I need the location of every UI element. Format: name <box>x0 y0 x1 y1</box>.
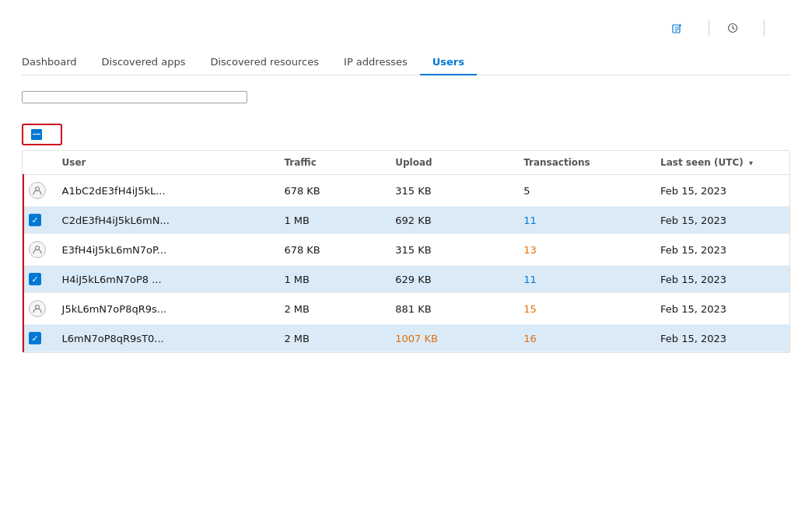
users-table-wrapper: User Traffic Upload Transactions Last se… <box>22 150 790 353</box>
traffic-cell: 2 MB <box>276 293 387 325</box>
tab-discovered-resources[interactable]: Discovered resources <box>198 50 331 75</box>
bulk-selection-dropdown-chevron-icon[interactable] <box>54 131 61 138</box>
table-row[interactable]: ✓H4iJ5kL6mN7oP8 ...1 MB629 KB11Feb 15, 2… <box>23 266 789 293</box>
checkbox-cell <box>23 175 54 207</box>
table-row[interactable]: E3fH4iJ5kL6mN7oP...678 KB315 KB13Feb 15,… <box>23 234 789 266</box>
col-lastseen-header[interactable]: Last seen (UTC) ▾ <box>653 151 789 175</box>
col-traffic-header: Traffic <box>276 151 387 175</box>
user-name-cell: L6mN7oP8qR9sT0... <box>54 325 277 352</box>
checkbox-cell <box>23 293 54 325</box>
report-icon <box>671 22 684 34</box>
bulk-selection-button[interactable] <box>23 125 54 144</box>
transactions-cell: 5 <box>516 175 653 207</box>
user-name-cell: J5kL6mN7oP8qR9s... <box>54 293 277 325</box>
sort-icon: ▾ <box>749 159 753 167</box>
checkbox-unchecked[interactable] <box>29 241 46 258</box>
actions-button[interactable] <box>777 25 790 31</box>
col-upload-header: Upload <box>387 151 516 175</box>
transactions-cell: 16 <box>516 325 653 352</box>
tab-discovered-apps[interactable]: Discovered apps <box>89 50 198 75</box>
checkbox-cell <box>23 234 54 266</box>
checkbox-checked[interactable]: ✓ <box>29 273 41 285</box>
bulk-selection-outline <box>22 124 62 145</box>
last-seen-cell: Feb 15, 2023 <box>653 325 789 352</box>
transactions-cell: 15 <box>516 293 653 325</box>
last-seen-cell: Feb 15, 2023 <box>653 293 789 325</box>
checkbox-cell: ✓ <box>23 207 54 234</box>
upload-cell: 1007 KB <box>387 325 516 352</box>
user-name-cell: E3fH4iJ5kL6mN7oP... <box>54 234 277 266</box>
toolbar <box>22 119 790 150</box>
last-seen-cell: Feb 15, 2023 <box>653 234 789 266</box>
anonymized-button[interactable] <box>667 19 696 37</box>
upload-cell: 315 KB <box>387 175 516 207</box>
table-row[interactable]: A1bC2dE3fH4iJ5kL...678 KB315 KB5Feb 15, … <box>23 175 789 207</box>
upload-cell: 629 KB <box>387 266 516 293</box>
tabs-nav: Dashboard Discovered apps Discovered res… <box>22 50 790 75</box>
username-select[interactable] <box>22 91 247 103</box>
deanonymize-button[interactable] <box>70 131 79 138</box>
last-seen-cell: Feb 15, 2023 <box>653 175 789 207</box>
table-row[interactable]: ✓L6mN7oP8qR9sT0...2 MB1007 KB16Feb 15, 2… <box>23 325 789 352</box>
checkbox-cell: ✓ <box>23 325 54 352</box>
traffic-cell: 678 KB <box>276 234 387 266</box>
days-filter-button[interactable] <box>722 19 751 37</box>
upload-cell: 881 KB <box>387 293 516 325</box>
checkbox-unchecked[interactable] <box>29 182 46 199</box>
checkbox-checked[interactable]: ✓ <box>29 332 41 344</box>
user-name-cell: A1bC2dE3fH4iJ5kL... <box>54 175 277 207</box>
col-user-header: User <box>54 151 277 175</box>
clock-icon <box>726 22 739 34</box>
col-checkbox <box>23 151 54 175</box>
bulk-selection-icon <box>31 129 42 140</box>
upload-cell: 315 KB <box>387 234 516 266</box>
tab-ip-addresses[interactable]: IP addresses <box>331 50 420 75</box>
upload-cell: 692 KB <box>387 207 516 234</box>
col-transactions-header: Transactions <box>516 151 653 175</box>
separator <box>709 20 709 36</box>
tab-dashboard[interactable]: Dashboard <box>22 50 89 75</box>
user-name-cell: C2dE3fH4iJ5kL6mN... <box>54 207 277 234</box>
user-name-cell: H4iJ5kL6mN7oP8 ... <box>54 266 277 293</box>
table-row[interactable]: ✓C2dE3fH4iJ5kL6mN...1 MB692 KB11Feb 15, … <box>23 207 789 234</box>
checkbox-unchecked[interactable] <box>29 300 46 317</box>
checkbox-checked[interactable]: ✓ <box>29 214 41 226</box>
checkbox-cell: ✓ <box>23 266 54 293</box>
traffic-cell: 678 KB <box>276 175 387 207</box>
transactions-cell: 11 <box>516 266 653 293</box>
users-table: User Traffic Upload Transactions Last se… <box>23 151 789 352</box>
traffic-cell: 1 MB <box>276 207 387 234</box>
traffic-cell: 2 MB <box>276 325 387 352</box>
separator2 <box>764 20 765 36</box>
table-header: User Traffic Upload Transactions Last se… <box>23 151 789 175</box>
traffic-cell: 1 MB <box>276 266 387 293</box>
last-seen-cell: Feb 15, 2023 <box>653 266 789 293</box>
transactions-cell: 13 <box>516 234 653 266</box>
last-seen-cell: Feb 15, 2023 <box>653 207 789 234</box>
table-row[interactable]: J5kL6mN7oP8qR9s...2 MB881 KB15Feb 15, 20… <box>23 293 789 325</box>
table-body: A1bC2dE3fH4iJ5kL...678 KB315 KB5Feb 15, … <box>23 175 789 352</box>
tab-users[interactable]: Users <box>420 50 477 75</box>
transactions-cell: 11 <box>516 207 653 234</box>
